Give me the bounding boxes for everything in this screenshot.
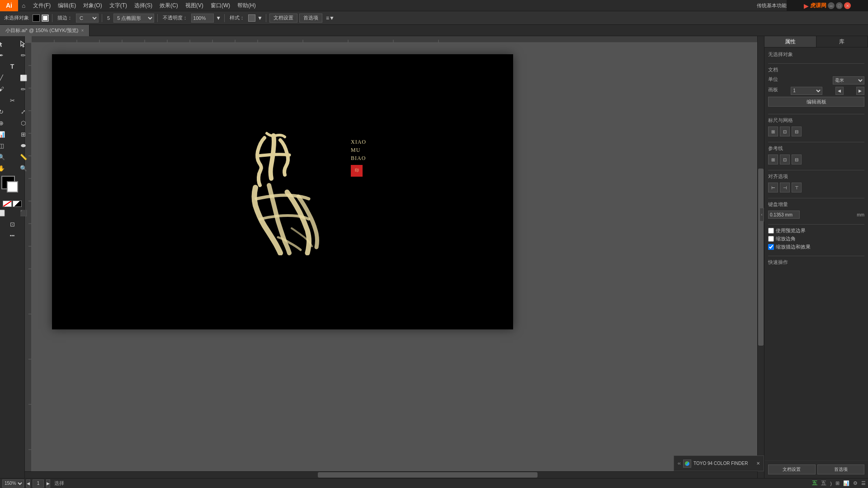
toyo-panel-double-arrow[interactable]: ‹‹ (678, 461, 681, 466)
preferences-toolbar-button[interactable]: 首选项 (299, 14, 322, 23)
mesh-tool[interactable]: ⊞ (13, 129, 34, 140)
hand-tool[interactable]: ✋ (0, 163, 12, 174)
free-transform-tool[interactable]: ⬡ (13, 117, 34, 128)
ruler-icon-1[interactable]: ⊞ (768, 127, 778, 136)
brush-select[interactable]: 5 点椭圆形 (113, 14, 154, 23)
tab-close-icon[interactable]: × (81, 28, 84, 33)
select-tool[interactable] (0, 38, 12, 49)
ime-icon-5[interactable]: ⚙ (853, 480, 858, 486)
menu-file[interactable]: 文件(F) (29, 0, 54, 11)
scale-tool[interactable]: ⤢ (13, 106, 34, 117)
menu-view[interactable]: 视图(V) (182, 0, 207, 11)
preview-bounds-row: 使用预览边界 (768, 227, 864, 234)
ime-icon-4[interactable]: 📊 (843, 480, 849, 486)
menu-object[interactable]: 对象(O) (80, 0, 105, 11)
doc-settings-toolbar-button[interactable]: 文档设置 (269, 14, 297, 23)
shape-tool[interactable]: ⬜ (13, 72, 34, 83)
graph-tool[interactable]: 📊 (0, 129, 12, 140)
menu-edit[interactable]: 编辑(E) (54, 0, 80, 11)
more-tools[interactable]: ••• (1, 230, 23, 241)
blend-tool[interactable]: ⬬ (13, 140, 34, 151)
ruler-icon-2[interactable]: ⊡ (780, 127, 790, 136)
preview-bounds-checkbox[interactable] (768, 228, 774, 234)
scissors-tool[interactable]: ✂ (1, 95, 23, 106)
close-button[interactable]: ✕ (844, 2, 851, 9)
tool-row-paint: 🖌 ✏ (0, 84, 34, 94)
panel-bottom: 文档设置 首选项 (764, 460, 868, 478)
ime-icon-1[interactable]: 五 (821, 479, 826, 487)
doc-settings-panel-button[interactable]: 文档设置 (768, 465, 816, 474)
style-arrow[interactable]: ▼ (257, 15, 263, 21)
properties-tab[interactable]: 属性 (764, 36, 816, 47)
edit-artboards-button[interactable]: 编辑画板 (768, 97, 864, 107)
ime-icon-2[interactable]: ) (830, 481, 832, 486)
normal-view[interactable]: ⬜ (0, 207, 12, 218)
snap-value-input[interactable] (768, 211, 800, 219)
background-color[interactable] (7, 181, 18, 192)
home-icon[interactable]: ⌂ (18, 0, 29, 11)
pen-tool[interactable]: ✒ (0, 50, 12, 61)
line-tool[interactable]: ╱ (0, 72, 12, 83)
ime-indicator[interactable]: 五 (812, 479, 817, 487)
align-center-icon[interactable]: ⊣ (780, 183, 790, 192)
preferences-panel-button[interactable]: 首选项 (817, 465, 865, 474)
ime-icon-3[interactable]: ⊞ (835, 480, 840, 486)
page-next-btn[interactable]: ▶ (46, 479, 50, 488)
fill-swatch[interactable] (33, 14, 40, 22)
puppet-warp-tool[interactable]: ⊕ (0, 117, 12, 128)
style-swatch[interactable] (248, 14, 255, 22)
libraries-tab[interactable]: 库 (816, 36, 868, 47)
artboard-tool[interactable]: ⊡ (1, 219, 23, 230)
extras-icon[interactable]: ≡▼ (326, 15, 335, 21)
page-prev-btn[interactable]: ◀ (26, 479, 30, 488)
gradient-tool[interactable]: ◫ (0, 140, 12, 151)
opacity-label: 不透明度： (161, 13, 189, 23)
horizontal-scrollbar[interactable] (25, 471, 757, 478)
scale-strokes-checkbox[interactable] (768, 236, 774, 242)
next-page-btn[interactable]: ▶ (856, 87, 864, 95)
opacity-input[interactable] (191, 14, 214, 23)
bottom-bar: 150% ◀ ▶ 选择 五 五 ) ⊞ 📊 ⚙ ☰ (0, 478, 868, 488)
rotate-tool[interactable]: ↻ (0, 106, 12, 117)
panel-collapse-button[interactable]: ‹ (760, 208, 764, 221)
ruler-icon-3[interactable]: ⊟ (792, 127, 802, 136)
unit-select[interactable]: 毫米 (833, 76, 864, 84)
direct-select-tool[interactable] (13, 38, 34, 49)
vertical-scroll-thumb[interactable] (758, 169, 764, 345)
guide-icon-2[interactable]: ⊡ (780, 155, 790, 164)
menu-help[interactable]: 帮助(H) (234, 0, 259, 11)
menu-text[interactable]: 文字(T) (106, 0, 131, 11)
color-none[interactable] (3, 201, 12, 207)
vertical-scrollbar[interactable] (757, 36, 764, 478)
prev-page-btn[interactable]: ◀ (835, 87, 844, 95)
opacity-arrow[interactable]: ▼ (216, 15, 221, 21)
horizontal-scroll-thumb[interactable] (318, 472, 538, 478)
fullscreen-view[interactable]: ⬛ (13, 207, 34, 218)
minimize-button[interactable]: ─ (828, 2, 835, 9)
guide-icon-1[interactable]: ⊞ (768, 155, 778, 164)
maximize-button[interactable]: □ (836, 2, 843, 9)
align-left-icon[interactable]: ⊢ (768, 183, 778, 192)
active-tab[interactable]: 小目标.ai* @ 150% (CMYK/预览) × (0, 25, 90, 36)
menu-effect[interactable]: 效果(C) (156, 0, 182, 11)
menu-select[interactable]: 选择(S) (131, 0, 156, 11)
page-input[interactable] (33, 479, 44, 488)
eyedropper-tool[interactable]: 🔍 (0, 151, 12, 162)
pencil-tool[interactable]: ✏ (13, 84, 34, 94)
stroke-swatch[interactable] (42, 14, 49, 22)
align-right-icon[interactable]: ⊤ (792, 183, 802, 192)
paintbrush-tool[interactable]: 🖌 (0, 84, 12, 94)
curvature-tool[interactable]: ✏ (13, 50, 34, 61)
zoom-tool[interactable]: 🔍 (13, 163, 34, 174)
pages-select[interactable]: 1 (791, 87, 822, 95)
scale-effects-checkbox[interactable] (768, 244, 774, 250)
ime-icon-6[interactable]: ☰ (861, 480, 866, 486)
toyo-panel-close[interactable]: ✕ (756, 461, 760, 466)
measure-tool[interactable]: 📏 (13, 151, 34, 162)
menu-window[interactable]: 窗口(W) (207, 0, 234, 11)
color-mode[interactable] (13, 201, 22, 207)
zoom-select[interactable]: 150% (2, 479, 24, 488)
text-tool[interactable]: T (1, 61, 23, 72)
stroke-select[interactable]: C (76, 14, 99, 23)
guide-icon-3[interactable]: ⊟ (792, 155, 802, 164)
